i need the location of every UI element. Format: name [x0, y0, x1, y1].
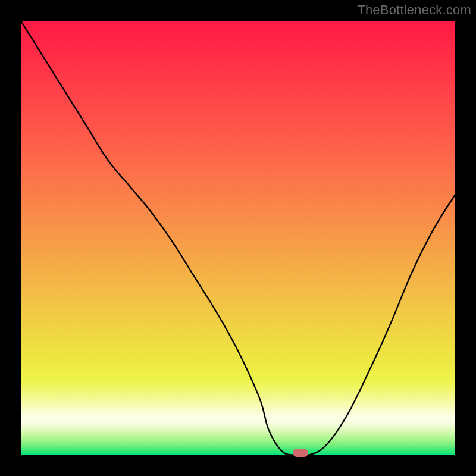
watermark-text: TheBottleneck.com: [357, 2, 471, 18]
chart-plot-area: [21, 21, 455, 455]
chart-frame: TheBottleneck.com: [0, 0, 476, 476]
chart-svg: [21, 21, 455, 455]
optimum-marker: [293, 449, 308, 457]
chart-gradient-rect: [21, 21, 455, 455]
